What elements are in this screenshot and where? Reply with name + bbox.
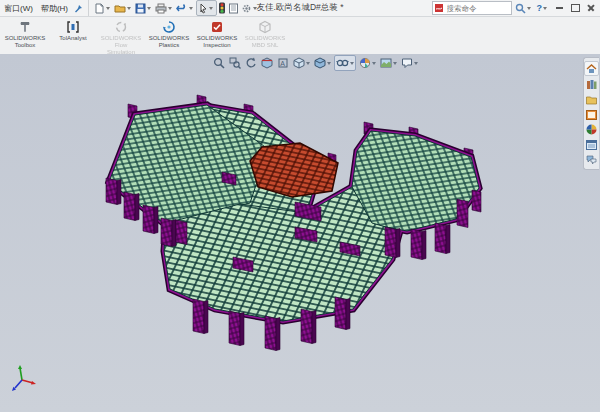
title-bar: 窗口(W) 帮助(H) [0, 0, 600, 17]
plastics-icon [162, 19, 176, 34]
solidworks-resources-icon[interactable] [584, 61, 599, 76]
ribbon-label: SOLIDWORKS Flow Simulation [101, 35, 142, 56]
minimize-button[interactable] [552, 2, 566, 15]
design-library-icon[interactable] [585, 78, 598, 91]
formwork-assembly-model[interactable] [0, 54, 600, 412]
display-style-icon[interactable] [313, 56, 332, 70]
ribbon-label: SOLIDWORKS Inspection [197, 35, 238, 49]
file-explorer-icon[interactable] [585, 93, 598, 106]
view-orientation-icon[interactable] [292, 56, 311, 70]
ribbon-label: SOLIDWORKS Toolbox [5, 35, 46, 49]
ribbon-label: TolAnalyst [59, 35, 86, 42]
ribbon-button-mbd-snl: SOLIDWORKS MBD SNL [242, 19, 288, 49]
command-manager-ribbon: SOLIDWORKS Toolbox TolAnalyst SOLIDWORKS… [0, 17, 600, 56]
view-settings-icon[interactable] [400, 56, 419, 70]
ribbon-button-plastics[interactable]: SOLIDWORKS Plastics [146, 19, 192, 49]
edit-appearance-icon[interactable] [358, 56, 377, 70]
graphics-viewport[interactable]: A [0, 54, 600, 412]
headsup-view-toolbar: A [212, 56, 419, 70]
search-input[interactable] [445, 3, 507, 14]
zoom-to-fit-icon[interactable] [212, 56, 226, 70]
menu-window[interactable]: 窗口(W) [0, 3, 37, 14]
solidworks-badge-icon [435, 4, 443, 12]
stair-core-formwork [250, 143, 338, 197]
hide-show-items-icon[interactable] [334, 55, 356, 71]
print-icon[interactable] [154, 1, 175, 15]
view-palette-icon[interactable] [585, 108, 598, 121]
titlebar-right-controls: ? [432, 1, 600, 15]
previous-view-icon[interactable] [244, 56, 258, 70]
ribbon-button-inspection[interactable]: SOLIDWORKS Inspection [194, 19, 240, 49]
restore-button[interactable] [568, 2, 582, 15]
zoom-to-area-icon[interactable] [228, 56, 242, 70]
save-icon[interactable] [134, 1, 154, 15]
rebuild-traffic-light-icon[interactable] [217, 1, 227, 15]
new-document-icon[interactable] [93, 1, 113, 15]
dynamic-annotation-views-icon[interactable]: A [276, 56, 290, 70]
mbd-snl-icon [258, 19, 272, 34]
options-gear-icon[interactable] [240, 1, 260, 15]
search-magnifier-icon[interactable] [514, 1, 534, 15]
tolanalyst-icon [66, 19, 80, 34]
toolbox-icon [18, 19, 32, 34]
svg-text:A: A [280, 60, 285, 67]
ribbon-button-toolbox[interactable]: SOLIDWORKS Toolbox [2, 19, 48, 49]
ribbon-label: SOLIDWORKS Plastics [149, 35, 190, 49]
solidworks-forum-icon[interactable] [585, 153, 598, 166]
ribbon-label: SOLIDWORKS MBD SNL [245, 35, 286, 49]
section-view-icon[interactable] [260, 56, 274, 70]
inspection-icon [210, 19, 224, 34]
task-pane-tabs [583, 57, 599, 170]
quick-access-toolbar [88, 0, 260, 16]
close-button[interactable] [584, 2, 598, 15]
appearances-scenes-icon[interactable] [585, 123, 598, 136]
apply-scene-icon[interactable] [379, 56, 398, 70]
command-search[interactable] [432, 1, 512, 15]
undo-icon[interactable] [175, 1, 196, 15]
reference-triad-icon [9, 364, 37, 394]
pin-icon[interactable] [72, 2, 84, 14]
ribbon-button-tolanalyst[interactable]: TolAnalyst [50, 19, 96, 42]
custom-properties-icon[interactable] [585, 138, 598, 151]
open-folder-icon[interactable] [113, 1, 134, 15]
solidworks-window: 窗口(W) 帮助(H) [0, 0, 600, 412]
menu-help[interactable]: 帮助(H) [37, 3, 72, 14]
flow-simulation-icon [114, 19, 128, 34]
select-cursor-icon[interactable] [196, 0, 217, 16]
help-button[interactable]: ? [536, 1, 551, 15]
ribbon-button-flow-simulation: SOLIDWORKS Flow Simulation [98, 19, 144, 56]
file-properties-icon[interactable] [227, 1, 240, 15]
